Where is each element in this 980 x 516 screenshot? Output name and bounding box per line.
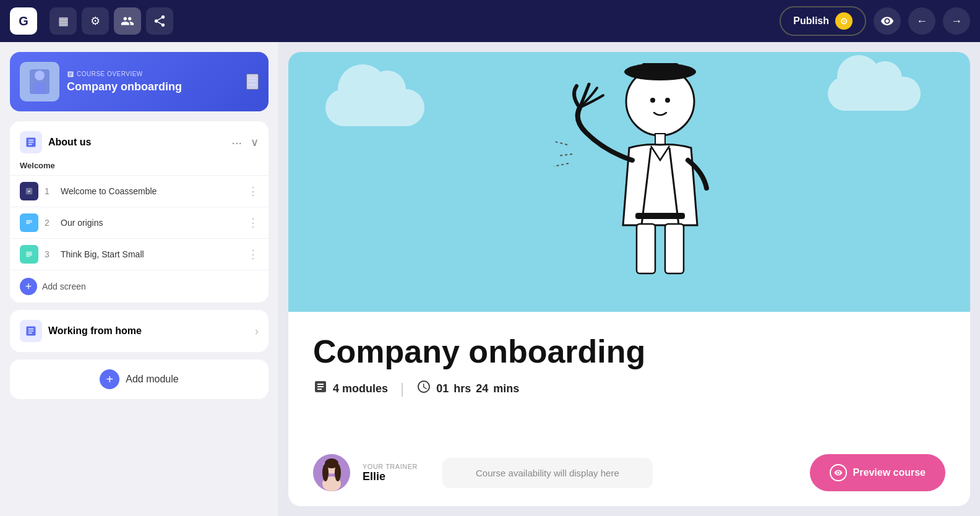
svg-rect-14 [665, 224, 684, 273]
app-logo[interactable]: G [10, 7, 37, 35]
add-module-card[interactable]: + Add module [10, 359, 269, 399]
wfh-expand-icon: › [255, 325, 259, 338]
svg-point-22 [322, 464, 329, 481]
screen-name-2: Our origins [61, 218, 241, 228]
add-module-icon: + [100, 369, 119, 389]
course-meta: 4 modules | 01 hrs 24 mins [313, 379, 945, 398]
trainer-section: YOUR TRAINER Ellie Course availability w… [313, 454, 945, 491]
course-overview-label: COURSE OVERVIEW [67, 71, 239, 78]
availability-text: Course availability will display here [476, 468, 619, 478]
screen-item[interactable]: 3 Think Big, Start Small ⋮ [10, 238, 269, 270]
module-card-about-us: About us ··· ∨ Welcome 1 Welcome to Coas… [10, 121, 269, 303]
screen-icon-1 [20, 182, 38, 200]
svg-line-16 [558, 154, 572, 156]
publish-label: Publish [793, 15, 829, 27]
wfh-module-name: Working from home [48, 325, 249, 337]
trainer-avatar [313, 454, 350, 491]
settings-icon[interactable]: ⚙ [82, 7, 109, 35]
svg-point-23 [335, 464, 341, 481]
screen-item[interactable]: 1 Welcome to Coassemble ⋮ [10, 175, 269, 207]
preview-btn-label: Preview course [853, 467, 926, 478]
modules-icon [313, 379, 328, 398]
screen-number-1: 1 [45, 186, 54, 196]
duration-meta: 01 hrs 24 mins [416, 379, 519, 398]
sidebar: COURSE OVERVIEW Company onboarding ☰ Abo… [0, 42, 278, 516]
screen-icon-2 [20, 213, 38, 232]
forward-button[interactable]: → [943, 7, 970, 35]
screen-more-button-2[interactable]: ⋮ [247, 216, 259, 230]
module-name: About us [48, 137, 223, 148]
svg-rect-6 [642, 63, 679, 74]
collapse-button[interactable]: ☰ [246, 74, 259, 90]
back-button[interactable]: ← [908, 7, 935, 35]
publish-button[interactable]: Publish ⊙ [780, 6, 866, 36]
add-screen-row[interactable]: + Add screen [10, 270, 269, 303]
modules-meta: 4 modules [313, 379, 388, 398]
svg-point-7 [650, 98, 655, 103]
duration-mins: 24 [476, 382, 488, 395]
add-screen-label: Add screen [42, 282, 86, 291]
nav-icons: ▦ ⚙ [49, 7, 173, 35]
preview-btn-icon [830, 464, 847, 481]
svg-line-17 [554, 163, 569, 166]
trainer-label: YOUR TRAINER [363, 463, 418, 470]
add-screen-icon: + [20, 278, 37, 295]
trainer-info: YOUR TRAINER Ellie [363, 463, 418, 483]
module-section-label: Welcome [10, 161, 269, 175]
team-icon[interactable] [114, 7, 141, 35]
svg-point-8 [665, 98, 670, 103]
add-module-label: Add module [126, 374, 178, 385]
module-icon [20, 131, 42, 153]
course-preview-card: Company onboarding 4 modules | 01 [288, 52, 970, 506]
top-nav: G ▦ ⚙ Publish ⊙ ← → [0, 0, 980, 42]
hero-section [288, 52, 970, 312]
svg-rect-2 [33, 83, 46, 94]
screen-item[interactable]: 2 Our origins ⋮ [10, 207, 269, 238]
cloud-left [325, 89, 424, 126]
screen-name-3: Think Big, Start Small [61, 249, 241, 259]
duration-hrs: 01 [436, 382, 449, 395]
sidebar-course-title: Company onboarding [67, 80, 239, 93]
course-info-section: Company onboarding 4 modules | 01 [288, 312, 970, 506]
share-icon[interactable] [146, 7, 173, 35]
preview-course-button[interactable]: Preview course [810, 454, 945, 491]
wfh-module-card[interactable]: Working from home › [10, 310, 269, 352]
course-header-card[interactable]: COURSE OVERVIEW Company onboarding ☰ [10, 52, 269, 111]
clock-icon [416, 379, 431, 398]
module-header: About us ··· ∨ [10, 121, 269, 161]
analytics-icon[interactable]: ▦ [49, 7, 77, 35]
svg-line-15 [555, 142, 567, 145]
screen-more-button-3[interactable]: ⋮ [247, 247, 259, 261]
svg-rect-12 [635, 213, 685, 219]
content-area: Company onboarding 4 modules | 01 [278, 42, 980, 516]
module-more-button[interactable]: ··· [229, 133, 244, 152]
screen-more-button-1[interactable]: ⋮ [247, 184, 259, 198]
hero-figure [536, 52, 722, 312]
trainer-name: Ellie [363, 470, 418, 483]
course-availability-box: Course availability will display here [442, 458, 653, 488]
preview-eye-button[interactable] [874, 7, 901, 35]
main-layout: COURSE OVERVIEW Company onboarding ☰ Abo… [0, 42, 980, 516]
nav-right: Publish ⊙ ← → [780, 6, 970, 36]
screen-number-3: 3 [45, 249, 54, 259]
course-header-text: COURSE OVERVIEW Company onboarding [67, 71, 239, 93]
svg-point-1 [35, 71, 45, 80]
screen-name-1: Welcome to Coassemble [61, 186, 241, 196]
publish-coin-icon: ⊙ [835, 12, 853, 30]
wfh-icon [20, 320, 42, 342]
screen-number-2: 2 [45, 218, 54, 228]
screen-icon-3 [20, 245, 38, 264]
module-expand-button[interactable]: ∨ [251, 135, 259, 149]
cloud-right [828, 77, 921, 111]
course-main-title: Company onboarding [313, 334, 945, 369]
course-thumbnail [20, 62, 59, 101]
hrs-label: hrs [453, 382, 471, 395]
mins-label: mins [493, 382, 519, 395]
modules-count: 4 modules [333, 382, 388, 395]
svg-rect-13 [637, 224, 655, 273]
